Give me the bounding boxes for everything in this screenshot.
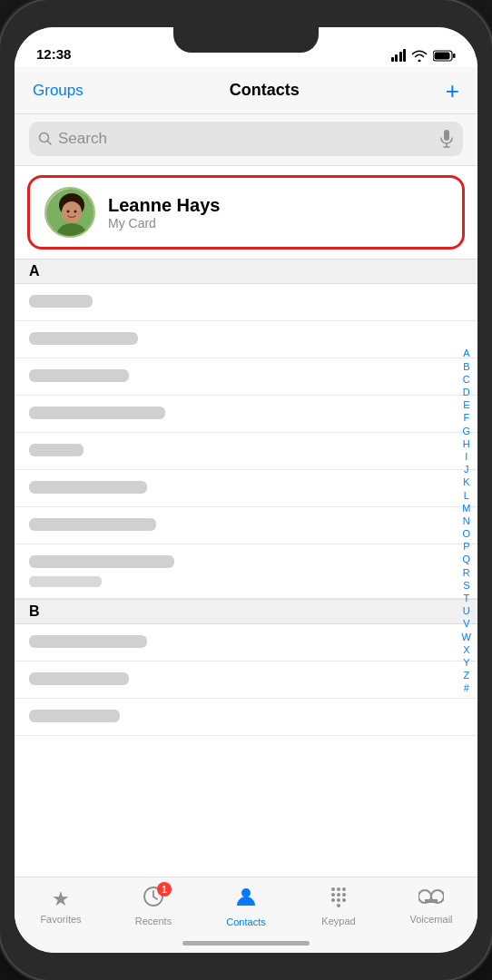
- status-time: 12:38: [36, 46, 71, 62]
- contact-row[interactable]: [15, 624, 477, 662]
- alpha-v[interactable]: V: [459, 618, 474, 630]
- alpha-p[interactable]: P: [459, 541, 474, 553]
- recents-badge: 1: [157, 882, 172, 897]
- search-bar-container: Search: [15, 114, 477, 166]
- status-icons: [391, 49, 457, 62]
- contacts-icon: [234, 885, 258, 914]
- contact-name-blur: [29, 672, 129, 685]
- alpha-r[interactable]: R: [459, 567, 474, 579]
- alpha-l[interactable]: L: [459, 490, 474, 502]
- svg-point-18: [331, 887, 335, 891]
- avatar-image: [46, 189, 95, 238]
- contact-row[interactable]: [15, 284, 477, 321]
- contact-list: Leanne Hays My Card A: [15, 166, 477, 877]
- svg-point-17: [241, 888, 251, 897]
- tab-favorites-label: Favorites: [40, 914, 81, 925]
- contact-row[interactable]: [15, 507, 477, 544]
- alpha-w[interactable]: W: [459, 632, 474, 643]
- contact-name-blur: [29, 710, 120, 722]
- favorites-icon: ★: [52, 887, 70, 911]
- alpha-hash[interactable]: #: [459, 682, 474, 694]
- tab-keypad[interactable]: Keypad: [292, 886, 385, 926]
- svg-line-4: [48, 142, 52, 145]
- svg-point-13: [74, 211, 77, 213]
- nav-bar: Groups Contacts +: [15, 67, 477, 114]
- alpha-m[interactable]: M: [459, 503, 474, 514]
- alpha-e[interactable]: E: [459, 399, 474, 411]
- contact-row[interactable]: [15, 699, 477, 736]
- contact-row[interactable]: [15, 662, 477, 699]
- contact-name-blur: [29, 481, 147, 494]
- contact-row[interactable]: [15, 544, 477, 599]
- wifi-icon: [411, 49, 428, 62]
- svg-point-24: [331, 898, 335, 902]
- svg-point-22: [337, 893, 340, 897]
- search-icon: [38, 132, 53, 146]
- phone-frame: 12:38: [0, 0, 492, 980]
- my-card-label: My Card: [108, 216, 448, 230]
- svg-rect-2: [435, 52, 450, 59]
- avatar: [44, 187, 95, 238]
- tab-recents-label: Recents: [135, 916, 172, 926]
- tab-keypad-label: Keypad: [321, 916, 355, 926]
- svg-point-21: [331, 893, 335, 897]
- alpha-z[interactable]: Z: [459, 670, 474, 681]
- alpha-i[interactable]: I: [459, 451, 474, 463]
- alpha-j[interactable]: J: [459, 464, 474, 475]
- my-card[interactable]: Leanne Hays My Card: [27, 175, 465, 250]
- alpha-s[interactable]: S: [459, 580, 474, 592]
- signal-bar-4: [403, 49, 406, 62]
- keypad-dots-icon: [328, 886, 349, 907]
- contact-name-blur: [29, 295, 93, 308]
- signal-bar-3: [399, 52, 402, 62]
- contact-name-blur: [29, 518, 156, 531]
- contacts-person-icon: [234, 885, 258, 908]
- mic-icon[interactable]: [439, 130, 454, 148]
- section-header-b: B: [15, 599, 477, 624]
- signal-bars: [391, 49, 407, 62]
- alpha-g[interactable]: G: [459, 426, 474, 437]
- contact-row[interactable]: [15, 396, 477, 433]
- alpha-x[interactable]: X: [459, 644, 474, 656]
- alpha-f[interactable]: F: [459, 412, 474, 424]
- contact-row[interactable]: [15, 321, 477, 358]
- signal-bar-2: [395, 54, 398, 62]
- add-contact-button[interactable]: +: [446, 79, 459, 103]
- contact-row[interactable]: [15, 358, 477, 396]
- search-placeholder: Search: [58, 130, 434, 148]
- svg-rect-1: [453, 54, 456, 58]
- search-bar[interactable]: Search: [29, 122, 463, 156]
- alpha-k[interactable]: K: [459, 476, 474, 488]
- tab-voicemail[interactable]: Voicemail: [385, 887, 477, 925]
- contact-name-blur: [29, 369, 129, 382]
- alpha-a[interactable]: A: [459, 348, 474, 359]
- alpha-q[interactable]: Q: [459, 554, 474, 565]
- svg-rect-30: [425, 899, 438, 903]
- contact-name-blur: [29, 407, 165, 419]
- alpha-y[interactable]: Y: [459, 657, 474, 669]
- notch: [173, 27, 319, 53]
- groups-button[interactable]: Groups: [33, 82, 84, 100]
- contact-row[interactable]: [15, 433, 477, 470]
- tab-recents[interactable]: 1 Recents: [107, 886, 200, 926]
- tab-contacts[interactable]: Contacts: [200, 885, 292, 927]
- alpha-t[interactable]: T: [459, 593, 474, 604]
- section-header-a: A: [15, 259, 477, 284]
- contact-name-blur: [29, 332, 138, 345]
- contact-row[interactable]: [15, 470, 477, 507]
- alpha-n[interactable]: N: [459, 515, 474, 527]
- svg-point-12: [67, 211, 70, 213]
- alpha-o[interactable]: O: [459, 528, 474, 540]
- svg-point-27: [337, 904, 340, 907]
- contact-name-blur: [29, 444, 84, 456]
- alpha-h[interactable]: H: [459, 438, 474, 450]
- alpha-u[interactable]: U: [459, 605, 474, 617]
- my-card-info: Leanne Hays My Card: [108, 195, 448, 230]
- tab-favorites[interactable]: ★ Favorites: [15, 887, 107, 925]
- alpha-d[interactable]: D: [459, 387, 474, 398]
- tab-contacts-label: Contacts: [226, 916, 265, 927]
- contact-name-blur: [29, 635, 147, 648]
- alpha-b[interactable]: B: [459, 361, 474, 373]
- home-indicator: [182, 941, 310, 946]
- alpha-c[interactable]: C: [459, 374, 474, 386]
